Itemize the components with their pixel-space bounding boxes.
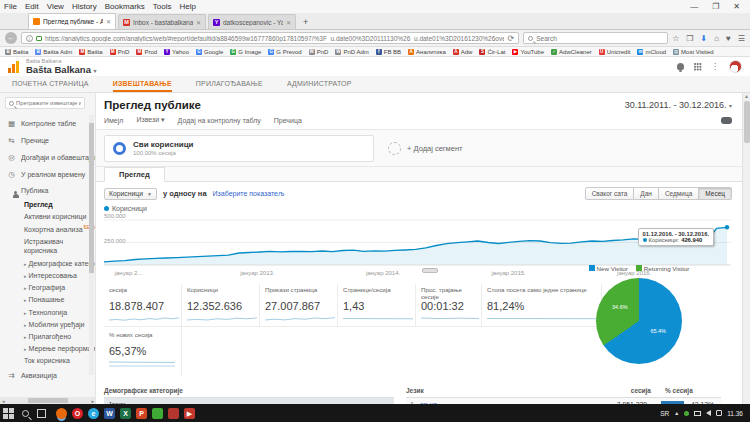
export-button[interactable]: Извези ▾	[136, 116, 164, 124]
taskbar-search-icon[interactable]	[22, 410, 29, 417]
ga-nav-tab-item[interactable]: ПОЧЕТНА СТРАНИЦА	[12, 76, 89, 92]
sidebar-subitem[interactable]: ▸Мерење перформанси	[0, 342, 95, 354]
bookmark-item[interactable]: UUnicredit	[599, 49, 631, 55]
minimize-button[interactable]: —	[690, 2, 698, 11]
bookmark-item[interactable]: WPnD Adm	[335, 49, 368, 55]
metric-dropdown[interactable]: Корисници ▼	[104, 188, 157, 200]
bookmark-item[interactable]: ▤Most Visited	[673, 49, 714, 55]
display-icon[interactable]	[694, 411, 701, 416]
scroll-right-icon[interactable]: ▸	[91, 398, 94, 404]
metric-card[interactable]: сесија18.878.407	[104, 284, 182, 326]
tray-app-icon[interactable]	[684, 411, 689, 416]
bookmark-item[interactable]: ▶YouTube	[512, 49, 544, 55]
bookmark-item[interactable]: YYahoo	[164, 49, 189, 55]
tab-close-icon[interactable]: ✕	[106, 18, 111, 25]
tab-overview[interactable]: Преглед	[104, 167, 165, 182]
bookmark-item[interactable]: MPnD	[110, 49, 130, 55]
url-field[interactable]: i https://analytics.google.com/analytics…	[21, 32, 519, 44]
intelligence-icon[interactable]	[721, 117, 732, 124]
bookmark-item[interactable]: GG Image	[230, 49, 261, 55]
granularity-button[interactable]: Дан	[634, 187, 659, 200]
sidebar-subitem[interactable]: Ток корисника	[0, 355, 95, 367]
action-center-icon[interactable]	[716, 410, 722, 416]
pie-chart[interactable]: 65.4% 34.6%	[596, 278, 682, 364]
task-view-icon[interactable]	[37, 409, 46, 418]
menu-item-tools[interactable]: Tools	[153, 2, 172, 11]
hamburger-menu-icon[interactable]: ☰	[738, 34, 745, 43]
sidebar-horizontal-scrollbar[interactable]: ◂ ▸	[0, 397, 96, 404]
sidebar-item[interactable]: ▦Контролне табле	[0, 115, 95, 132]
ga-nav-tab-item[interactable]: АДМИНИСТРАТОР	[287, 76, 352, 92]
granularity-button[interactable]: Седмица	[659, 187, 699, 200]
browser-tab[interactable]: Ydatkoscepanovic - Yaho...✕	[208, 14, 296, 29]
bookmark-item[interactable]: AАналитика	[408, 49, 446, 55]
scroll-up-icon[interactable]: ▲	[743, 93, 750, 99]
clock[interactable]: 11.36	[727, 410, 743, 417]
add-segment-button[interactable]: + Додај сегмент	[388, 142, 463, 155]
menu-item-edit[interactable]: Edit	[25, 2, 39, 11]
sidebar-subitem[interactable]: ▸Географија	[0, 282, 95, 294]
taskbar-app-internet-explorer[interactable]: e	[88, 408, 99, 419]
timeline-scrubber[interactable]	[422, 268, 438, 273]
metric-card[interactable]: Прикази страница27.007.867	[260, 284, 338, 326]
bookmark-item[interactable]: AAdw	[453, 49, 473, 55]
sidebar-subitem[interactable]: Активни корисници	[0, 210, 95, 222]
hello-icon[interactable]: ♥	[726, 34, 731, 43]
close-button[interactable]: ✕	[733, 2, 740, 11]
bookmark-star-icon[interactable]: ☆	[672, 34, 679, 43]
sidebar-subitem[interactable]: Преглед	[0, 198, 95, 210]
scroll-left-icon[interactable]: ◂	[2, 398, 5, 404]
url-text[interactable]: https://analytics.google.com/analytics/w…	[45, 35, 504, 42]
sidebar-search-input[interactable]	[16, 100, 81, 106]
bookmark-item[interactable]: WPnD	[309, 49, 329, 55]
scrollbar-thumb[interactable]	[744, 101, 750, 143]
browser-tab[interactable]: Преглед публике - Анал...✕	[28, 13, 116, 29]
select-metric-link[interactable]: Изаберите показатељ	[213, 190, 285, 197]
home-icon[interactable]: ⌂	[714, 34, 719, 43]
sidebar-subitem[interactable]: ▸Прилагођено	[0, 330, 95, 342]
segment-all-users[interactable]: Сви корисници 100,00% сесија	[104, 135, 374, 162]
menu-item-bookmarks[interactable]: Bookmarks	[105, 2, 145, 11]
sidebar-subitem[interactable]: ▸Технологија	[0, 306, 95, 318]
bookmark-item[interactable]: ✓AdwCleaner	[551, 49, 592, 55]
metric-card[interactable]: Странице/сесија1,43	[338, 284, 416, 326]
sidebar-subitem[interactable]: ▸Понашање	[0, 294, 95, 306]
sidebar-subitem[interactable]: ▸Мобилни уређаји	[0, 318, 95, 330]
bookmark-item[interactable]: BBašta Adm	[35, 49, 72, 55]
start-button[interactable]	[3, 408, 14, 419]
taskbar-app-powerpoint[interactable]: P	[136, 408, 147, 419]
shortcut-button[interactable]: Пречица	[274, 117, 302, 124]
sidebar-subitem[interactable]: ▸Интересовања	[0, 269, 95, 281]
sidebar-subitem[interactable]: Истраживач корисника	[0, 236, 95, 257]
taskbar-app-green-app[interactable]	[152, 408, 163, 419]
maximize-button[interactable]: ❐	[712, 2, 719, 11]
sidebar-search[interactable]	[5, 97, 85, 109]
volume-icon[interactable]	[706, 410, 711, 416]
account-selector[interactable]: Bašta Balkana Bašta Balkana ▾	[26, 59, 97, 74]
notifications-bell-icon[interactable]	[677, 63, 684, 70]
language-indicator[interactable]: SR	[660, 410, 669, 417]
taskbar-app-red-app[interactable]	[168, 408, 179, 419]
browser-search-input[interactable]	[536, 35, 663, 42]
new-tab-button[interactable]: +	[298, 17, 313, 29]
ga-nav-tab-active[interactable]: ИЗВЕШТАВАЊЕ	[113, 76, 172, 92]
metric-card[interactable]: Корисници12.352.636	[182, 284, 260, 326]
taskbar-app-opera[interactable]: O	[72, 408, 83, 419]
scrollbar-thumb[interactable]	[28, 398, 68, 403]
bookmark-item[interactable]: MBašta	[79, 49, 102, 55]
menu-item-history[interactable]: History	[72, 2, 97, 11]
add-to-dashboard-button[interactable]: Додај на контролну таблу	[178, 117, 261, 124]
sidebar-subitem[interactable]: ▸Демографске категорије	[0, 257, 95, 269]
tab-close-icon[interactable]: ✕	[196, 19, 201, 26]
info-icon[interactable]: i	[26, 35, 33, 42]
metric-card-new-sessions[interactable]: % нових сесија 65,37%	[104, 327, 182, 377]
email-button[interactable]: Имејл	[104, 117, 123, 124]
page-vertical-scrollbar[interactable]: ▲	[742, 93, 750, 404]
sidebar-item[interactable]: ⇆Пречице	[0, 132, 95, 149]
sidebar-item[interactable]: ◷У реалном времену	[0, 166, 95, 183]
ga-nav-tab-item[interactable]: ПРИЛАГОЂАВАЊЕ	[196, 76, 263, 92]
menu-item-help[interactable]: Help	[179, 2, 195, 11]
taskbar-app-firefox[interactable]	[56, 408, 67, 419]
sidebar-vertical-scrollbar[interactable]	[89, 115, 94, 375]
browser-search-field[interactable]	[523, 32, 668, 44]
